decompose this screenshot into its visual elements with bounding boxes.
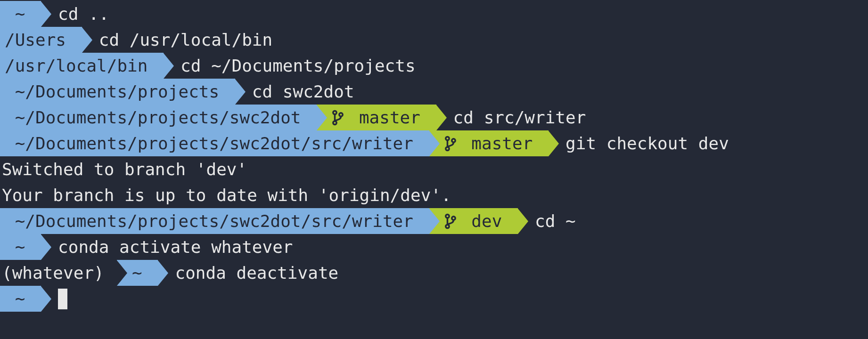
path-text: ~/Documents/projects/swc2dot (5, 105, 311, 130)
terminal-line: (whatever) ~ conda deactivate (0, 260, 868, 286)
terminal-line: ~/Documents/projects cd swc2dot (0, 79, 868, 105)
terminal[interactable]: ~ cd ../Users cd /usr/local/bin/usr/loca… (0, 0, 868, 312)
path-text: ~ (5, 286, 35, 312)
powerline-arrow (549, 131, 559, 156)
git-branch-icon (444, 213, 457, 230)
terminal-line: /Users cd /usr/local/bin (0, 27, 868, 53)
path-text: ~ (5, 1, 35, 27)
path-segment: ~ (0, 234, 41, 260)
powerline-arrow (41, 1, 51, 27)
svg-point-0 (333, 111, 336, 114)
command-text: cd ~/Documents/projects (174, 53, 416, 79)
powerline-arrow (164, 53, 174, 79)
git-branch-segment: master (317, 105, 436, 130)
command-text: conda deactivate (168, 260, 338, 286)
terminal-line: /usr/local/bin cd ~/Documents/projects (0, 53, 868, 79)
powerline-arrow (235, 79, 246, 105)
conda-env-segment: (whatever) (0, 260, 117, 286)
svg-point-1 (333, 121, 336, 124)
terminal-line: ~/Documents/projects/swc2dot master cd s… (0, 105, 868, 130)
git-branch-icon (332, 109, 344, 126)
command-text: cd src/writer (447, 105, 586, 130)
path-text: /Users (5, 27, 76, 53)
terminal-line: Your branch is up to date with 'origin/d… (0, 182, 868, 208)
powerline-arrow (436, 105, 447, 130)
command-text: cd ~ (528, 208, 576, 234)
powerline-arrow (429, 209, 440, 234)
svg-point-4 (445, 147, 449, 150)
git-branch-icon (444, 135, 457, 152)
branch-name: dev (461, 208, 512, 234)
path-text: /usr/local/bin (5, 53, 158, 79)
terminal-line: ~/Documents/projects/swc2dot/src/writer … (0, 208, 868, 234)
command-text: git checkout dev (559, 130, 729, 156)
path-text: ~ (5, 234, 35, 260)
terminal-line: Switched to branch 'dev' (0, 156, 868, 182)
path-segment: ~ (0, 286, 41, 312)
powerline-arrow (317, 105, 327, 130)
cursor[interactable] (58, 289, 67, 309)
command-text: cd swc2dot (246, 79, 354, 105)
branch-name: master (461, 130, 543, 156)
powerline-arrow (41, 234, 51, 260)
git-branch-segment: master (429, 130, 549, 156)
terminal-line: ~ conda activate whatever (0, 234, 868, 260)
powerline-arrow (429, 131, 440, 156)
command-text: cd /usr/local/bin (92, 27, 272, 53)
path-segment: ~/Documents/projects/swc2dot/src/writer (0, 130, 429, 156)
path-segment: /Users (0, 27, 82, 53)
path-segment: ~/Documents/projects/swc2dot/src/writer (0, 208, 429, 234)
path-text: ~/Documents/projects (5, 79, 229, 105)
terminal-line: ~ cd .. (0, 1, 868, 27)
svg-point-6 (445, 214, 449, 218)
path-segment: ~ (0, 1, 41, 27)
powerline-arrow (41, 286, 51, 312)
terminal-line: ~/Documents/projects/swc2dot/src/writer … (0, 130, 868, 156)
command-output: Your branch is up to date with 'origin/d… (0, 182, 451, 208)
command-text: conda activate whatever (51, 234, 293, 260)
branch-name: master (349, 105, 430, 130)
svg-point-3 (445, 137, 449, 140)
terminal-line: ~ (0, 286, 868, 312)
svg-point-8 (451, 216, 455, 219)
svg-point-7 (445, 225, 449, 228)
svg-point-2 (339, 113, 343, 116)
command-output: Switched to branch 'dev' (0, 156, 247, 182)
powerline-arrow (82, 27, 92, 53)
path-text: ~/Documents/projects/swc2dot/src/writer (5, 130, 424, 156)
powerline-arrow (518, 209, 528, 234)
svg-point-5 (451, 138, 455, 142)
command-text: cd .. (51, 1, 109, 27)
path-segment: /usr/local/bin (0, 53, 164, 79)
path-segment: ~/Documents/projects (0, 79, 235, 105)
powerline-arrow (158, 260, 168, 286)
powerline-arrow (117, 260, 127, 286)
git-branch-segment: dev (429, 208, 518, 234)
path-segment: ~/Documents/projects/swc2dot (0, 105, 317, 130)
path-text: ~/Documents/projects/swc2dot/src/writer (5, 208, 424, 234)
